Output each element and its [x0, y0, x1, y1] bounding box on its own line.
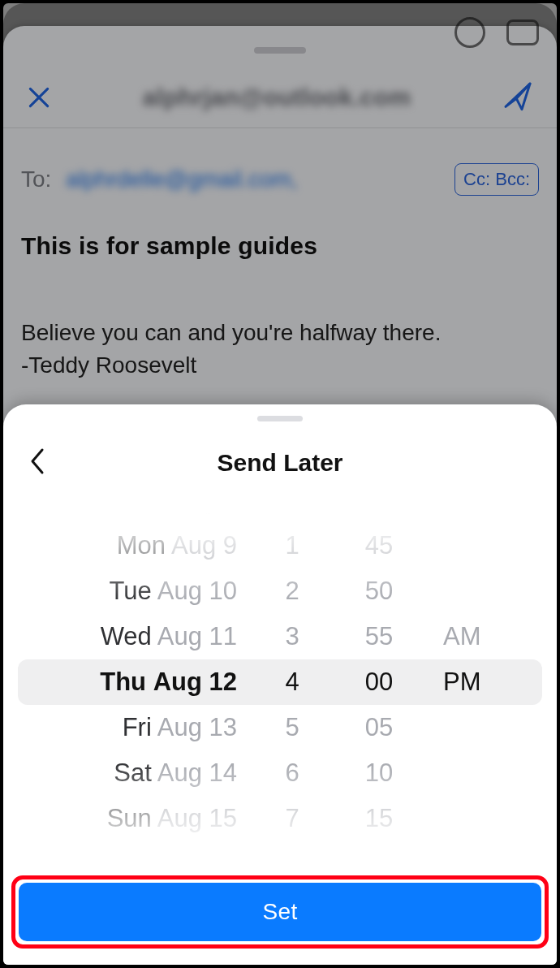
picker-option[interactable]: 4 [253, 659, 331, 705]
picker-option[interactable]: 00 [331, 659, 427, 705]
back-icon[interactable] [28, 447, 47, 479]
picker-date-option[interactable]: Sun Aug 15 [18, 796, 253, 841]
picker-option[interactable]: 3 [253, 614, 331, 659]
picker-column-hour[interactable]: 1212345678 [253, 513, 331, 851]
picker-date-option[interactable]: Fri Aug 13 [18, 705, 253, 750]
picker-option[interactable]: 15 [331, 796, 427, 841]
picker-date-option[interactable]: Sun Aug 8 [18, 513, 253, 523]
datetime-picker[interactable]: Sun Aug 8Mon Aug 9Tue Aug 10Wed Aug 11Th… [18, 513, 542, 851]
set-button-highlight: Set [11, 875, 549, 949]
picker-option[interactable]: 20 [331, 841, 427, 851]
picker-column-minute[interactable]: 404550550005101520 [331, 513, 427, 851]
picker-option[interactable]: 8 [253, 841, 331, 851]
picker-date-option[interactable]: Mon Aug 16 [18, 841, 253, 851]
sheet-grabber-icon[interactable] [257, 416, 303, 421]
picker-date-option[interactable]: Mon Aug 9 [18, 523, 253, 568]
set-button[interactable]: Set [19, 883, 541, 941]
picker-date-option[interactable]: Tue Aug 10 [18, 568, 253, 614]
picker-option[interactable]: 55 [331, 614, 427, 659]
picker-option[interactable]: 45 [331, 523, 427, 568]
picker-option[interactable]: 05 [331, 705, 427, 750]
picker-option[interactable]: 1 [253, 523, 331, 568]
picker-option[interactable]: 10 [331, 750, 427, 796]
picker-date-option[interactable]: Wed Aug 11 [18, 614, 253, 659]
picker-option[interactable]: 7 [253, 796, 331, 841]
picker-date-option[interactable]: Sat Aug 14 [18, 750, 253, 796]
picker-option[interactable]: 6 [253, 750, 331, 796]
picker-option[interactable]: 50 [331, 568, 427, 614]
picker-option[interactable]: PM [427, 659, 542, 705]
picker-option[interactable]: 12 [253, 513, 331, 523]
sheet-title: Send Later [217, 449, 342, 477]
picker-option[interactable]: 5 [253, 705, 331, 750]
picker-option[interactable]: 2 [253, 568, 331, 614]
picker-column-ampm[interactable]: AMPM [427, 513, 542, 851]
picker-option[interactable]: 40 [331, 513, 427, 523]
picker-option[interactable]: AM [427, 614, 542, 659]
picker-date-option[interactable]: Thu Aug 12 [18, 659, 253, 705]
send-later-sheet: Send Later Sun Aug 8Mon Aug 9Tue Aug 10W… [3, 404, 557, 965]
picker-column-date[interactable]: Sun Aug 8Mon Aug 9Tue Aug 10Wed Aug 11Th… [18, 513, 253, 851]
